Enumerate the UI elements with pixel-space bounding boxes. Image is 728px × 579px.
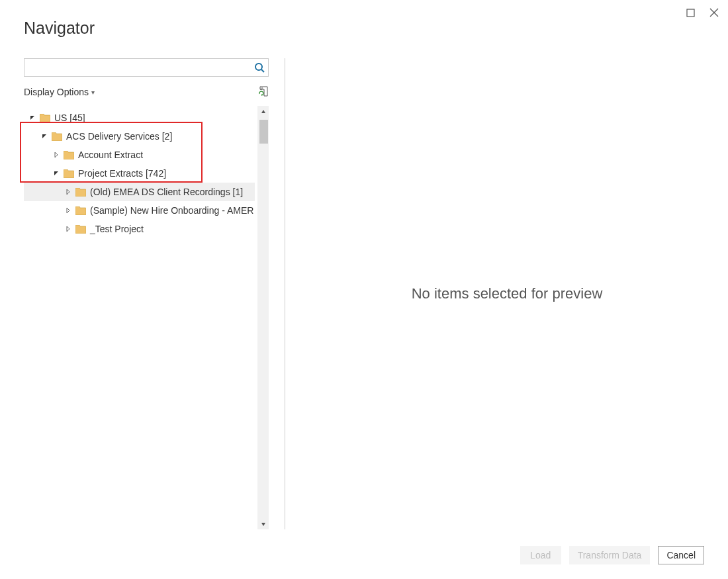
refresh-icon[interactable]	[258, 86, 269, 99]
maximize-icon[interactable]	[686, 9, 695, 17]
svg-marker-10	[67, 208, 69, 213]
transform-data-button[interactable]: Transform Data	[569, 546, 651, 564]
tree-item-label: Account Extract	[78, 150, 143, 160]
collapse-arrow-icon[interactable]	[52, 171, 61, 176]
scroll-down-button[interactable]	[258, 518, 269, 529]
svg-marker-8	[54, 171, 58, 175]
folder-icon	[75, 206, 86, 215]
tree-item[interactable]: Account Extract	[24, 146, 255, 164]
cancel-button[interactable]: Cancel	[658, 546, 704, 564]
tree-item[interactable]: ACS Delivery Services [2]	[24, 127, 255, 146]
page-title: Navigator	[24, 19, 95, 38]
svg-marker-6	[42, 134, 46, 138]
display-options-dropdown[interactable]: Display Options ▾	[24, 87, 95, 97]
tree-item-label: (Sample) New Hire Onboarding - AMER	[90, 205, 253, 216]
preview-pane: No items selected for preview	[286, 58, 728, 529]
vertical-scrollbar[interactable]	[257, 106, 269, 529]
expand-arrow-icon[interactable]	[52, 152, 61, 157]
svg-marker-9	[67, 189, 69, 195]
collapse-arrow-icon[interactable]	[40, 134, 49, 139]
display-options-label: Display Options	[24, 87, 89, 97]
tree-item-label: US [45]	[54, 112, 85, 123]
tree-item-label: Project Extracts [742]	[78, 168, 166, 179]
collapse-arrow-icon[interactable]	[28, 115, 37, 120]
tree-item[interactable]: _Test Project	[24, 220, 255, 238]
folder-icon	[40, 114, 50, 122]
folder-icon	[75, 225, 86, 234]
folder-tree: US [45]ACS Delivery Services [2]Account …	[24, 106, 257, 529]
panel-divider	[285, 58, 285, 529]
tree-item[interactable]: (Old) EMEA DS Client Recordings [1]	[24, 183, 255, 201]
svg-marker-5	[30, 116, 34, 120]
svg-marker-7	[55, 152, 58, 157]
folder-icon	[52, 132, 62, 141]
folder-icon	[64, 169, 74, 178]
tree-item[interactable]: (Sample) New Hire Onboarding - AMER	[24, 201, 255, 220]
search-input[interactable]	[24, 62, 251, 73]
tree-item-label: ACS Delivery Services [2]	[66, 131, 172, 142]
svg-marker-12	[261, 110, 265, 113]
close-icon[interactable]	[709, 8, 719, 17]
expand-arrow-icon[interactable]	[64, 189, 73, 195]
chevron-down-icon: ▾	[91, 89, 95, 96]
svg-marker-13	[261, 523, 265, 526]
tree-item-label: _Test Project	[90, 224, 144, 234]
tree-item[interactable]: Project Extracts [742]	[24, 164, 255, 183]
scroll-up-button[interactable]	[258, 106, 269, 117]
svg-marker-11	[67, 226, 69, 232]
tree-item-label: (Old) EMEA DS Client Recordings [1]	[90, 187, 243, 197]
svg-line-4	[261, 69, 264, 72]
tree-item[interactable]: US [45]	[24, 109, 255, 127]
search-box[interactable]	[24, 58, 269, 77]
preview-empty-message: No items selected for preview	[412, 285, 603, 302]
load-button[interactable]: Load	[520, 546, 561, 564]
svg-rect-0	[687, 9, 694, 17]
svg-point-3	[255, 64, 262, 70]
folder-icon	[64, 151, 74, 159]
left-panel: Display Options ▾ US [45]ACS Delivery Se…	[24, 58, 270, 529]
expand-arrow-icon[interactable]	[64, 208, 73, 213]
folder-icon	[75, 188, 86, 197]
search-icon[interactable]	[251, 62, 268, 73]
expand-arrow-icon[interactable]	[64, 226, 73, 232]
scroll-track[interactable]	[258, 117, 269, 518]
scroll-thumb[interactable]	[259, 120, 268, 144]
footer-buttons: Load Transform Data Cancel	[520, 546, 704, 564]
